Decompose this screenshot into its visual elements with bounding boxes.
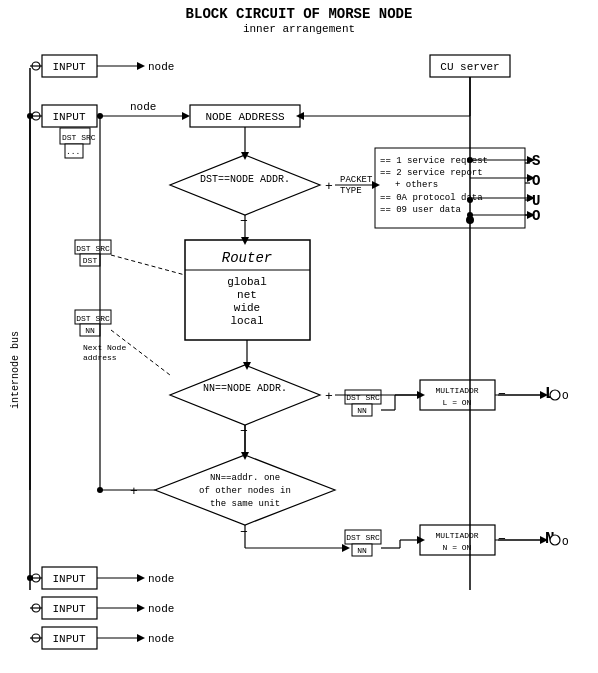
plus2: + [325, 389, 333, 404]
nn-addr-label1: NN==addr. one [210, 473, 280, 483]
cu-server-label: CU server [440, 61, 499, 73]
nn-label1: NN [85, 326, 95, 335]
next-node-label: Next Node [83, 343, 126, 352]
multiaddr-n-on: N = ON [443, 543, 472, 552]
node5-label: node [148, 633, 174, 645]
subtitle: inner arrangement [243, 23, 355, 35]
router-local: local [230, 315, 263, 327]
input1-label: INPUT [52, 61, 85, 73]
pkt-opt3: + others [395, 180, 438, 190]
minus1: − [240, 214, 248, 229]
u-label: U [532, 193, 540, 209]
dots-label1: ... [66, 147, 80, 156]
input5-label: INPUT [52, 633, 85, 645]
pkt-opt5: == 09 user data [380, 205, 462, 215]
oc-l-label: O [562, 390, 569, 402]
node3-label: node [148, 573, 174, 585]
o-label2: O [532, 208, 540, 224]
router-global: global [227, 276, 267, 288]
router-net: net [237, 289, 257, 301]
dst-src-label5: DST SRC [346, 533, 380, 542]
plus1: + [325, 179, 333, 194]
node-address-label: NODE ADDRESS [205, 111, 285, 123]
node4-label: node [148, 603, 174, 615]
svg-point-100 [97, 487, 103, 493]
diagram-container: BLOCK CIRCUIT OF MORSE NODE inner arrang… [0, 0, 598, 673]
svg-point-49 [97, 113, 103, 119]
dst-src-label4: DST SRC [346, 393, 380, 402]
o-label1: O [532, 173, 540, 189]
packet-type-label: PACKET [340, 175, 373, 185]
svg-point-74 [27, 575, 33, 581]
nn-label2: NN [357, 406, 367, 415]
multiaddr-n-label: MULTIADDR [435, 531, 478, 540]
title: BLOCK CIRCUIT OF MORSE NODE [186, 6, 413, 22]
node2-label: node [130, 101, 156, 113]
nn-label3: NN [357, 546, 367, 555]
internode-bus-label: internode bus [10, 331, 21, 409]
svg-point-105 [550, 535, 560, 545]
router-wide: wide [234, 302, 260, 314]
dst-src-label2: DST SRC [76, 244, 110, 253]
minus2: − [240, 424, 248, 439]
oc-n-label: O [562, 536, 569, 548]
dst-label2: DST [83, 256, 98, 265]
input3-label: INPUT [52, 573, 85, 585]
input4-label: INPUT [52, 603, 85, 615]
node1-label: node [148, 61, 174, 73]
s-label: S [532, 153, 540, 169]
multiaddr-l-on: L = ON [443, 398, 472, 407]
packet-type-label2: TYPE [340, 186, 362, 196]
minus4: − [240, 525, 248, 540]
nn-addr-label2: of other nodes in [199, 486, 291, 496]
nn-addr-label3: the same unit [210, 499, 280, 509]
dst-src-label3: DST SRC [76, 314, 110, 323]
dst-node-addr-label: DST==NODE ADDR. [200, 174, 290, 185]
pkt-opt2: == 2 service report [380, 168, 483, 178]
svg-point-104 [550, 390, 560, 400]
input2-label: INPUT [52, 111, 85, 123]
plus3: + [130, 484, 138, 499]
dst-src-label1: DST SRC [62, 133, 96, 142]
nn-node-addr-label: NN==NODE ADDR. [203, 383, 287, 394]
multiaddr-l-label: MULTIADDR [435, 386, 478, 395]
router-label: Router [222, 250, 272, 266]
